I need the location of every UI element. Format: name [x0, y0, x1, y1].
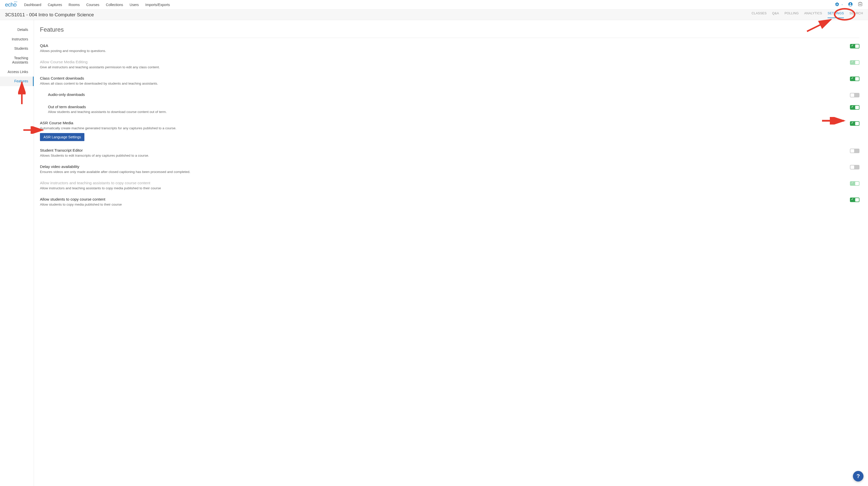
- tab-search[interactable]: SEARCH: [849, 11, 863, 18]
- feature-title: Student Transcript Editor: [40, 148, 840, 153]
- svg-point-3: [861, 4, 861, 5]
- feature-title: Allow Course Media Editing: [40, 60, 840, 64]
- settings-menu[interactable]: [835, 2, 843, 7]
- tab-classes[interactable]: CLASSES: [752, 11, 767, 18]
- feature-asr: ASR Course Media Automatically create ma…: [40, 118, 860, 145]
- nav-courses[interactable]: Courses: [86, 3, 99, 7]
- toggle-media-editing: [850, 60, 860, 65]
- feature-desc: Ensures videos are only made available a…: [40, 170, 840, 174]
- sidebar-item-access-links[interactable]: Access Links: [0, 67, 34, 77]
- toggle-asr[interactable]: [850, 121, 860, 126]
- feature-desc: Allow students to copy media published t…: [40, 202, 840, 206]
- feature-audio-only: Audio-only downloads: [40, 89, 860, 102]
- apps-icon[interactable]: [858, 1, 863, 8]
- chevron-down-icon: [841, 3, 843, 7]
- tab-qa[interactable]: Q&A: [772, 11, 779, 18]
- feature-qa: Q&A Allows posting and responding to que…: [40, 40, 860, 57]
- feature-desc: Automatically create machine generated t…: [40, 126, 840, 130]
- feature-copy-instructors: Allow instructors and teaching assistant…: [40, 178, 860, 194]
- nav-dashboard[interactable]: Dashboard: [24, 3, 41, 7]
- sub-header: 3CS1011 - 004 Intro to Computer Science …: [0, 9, 868, 20]
- top-nav-right: [835, 1, 863, 8]
- toggle-copy-instructors: [850, 181, 860, 186]
- tab-analytics[interactable]: ANALYTICS: [804, 11, 822, 18]
- feature-desc: Give all instructors and teaching assist…: [40, 65, 840, 69]
- feature-copy-students: Allow students to copy course content Al…: [40, 194, 860, 210]
- page-title: Features: [40, 26, 860, 33]
- toggle-qa[interactable]: [850, 44, 860, 48]
- nav-captures[interactable]: Captures: [48, 3, 62, 7]
- feature-title: Q&A: [40, 43, 840, 48]
- feature-desc: Allow students and teaching assistants t…: [48, 110, 840, 114]
- main-content: Features Q&A Allows posting and respondi…: [34, 20, 868, 486]
- user-icon[interactable]: [848, 2, 853, 7]
- feature-title: Out of term downloads: [48, 105, 840, 109]
- feature-desc: Allows posting and responding to questio…: [40, 49, 840, 53]
- asr-language-settings-button[interactable]: ASR Language Settings: [40, 133, 84, 141]
- feature-title: Delay video availability: [40, 164, 840, 169]
- feature-delay: Delay video availability Ensures videos …: [40, 161, 860, 178]
- feature-downloads: Class Content downloads Allows all class…: [40, 73, 860, 89]
- sidebar-item-instructors[interactable]: Instructors: [0, 35, 34, 44]
- feature-student-transcript: Student Transcript Editor Allows Student…: [40, 145, 860, 161]
- top-nav: echo●●● Dashboard Captures Rooms Courses…: [0, 0, 868, 9]
- feature-title: ASR Course Media: [40, 121, 840, 125]
- toggle-copy-students[interactable]: [850, 198, 860, 202]
- sidebar-item-teaching-assistants[interactable]: Teaching Assistants: [0, 54, 34, 67]
- gear-icon: [835, 2, 839, 7]
- feature-title: Allow students to copy course content: [40, 197, 840, 202]
- course-title: 3CS1011 - 004 Intro to Computer Science: [5, 12, 94, 18]
- svg-point-1: [859, 4, 860, 5]
- top-nav-links: Dashboard Captures Rooms Courses Collect…: [24, 3, 170, 7]
- feature-out-of-term: Out of term downloads Allow students and…: [40, 102, 860, 118]
- sub-tabs: CLASSES Q&A POLLING ANALYTICS SETTINGS S…: [752, 11, 863, 18]
- feature-desc: Allow instructors and teaching assistant…: [40, 186, 840, 190]
- toggle-audio-only[interactable]: [850, 93, 860, 97]
- nav-collections[interactable]: Collections: [106, 3, 123, 7]
- toggle-downloads[interactable]: [850, 76, 860, 81]
- feature-title: Audio-only downloads: [48, 92, 840, 97]
- feature-desc: Allows all class content to be downloade…: [40, 82, 840, 85]
- tab-polling[interactable]: POLLING: [785, 11, 799, 18]
- toggle-student-transcript[interactable]: [850, 149, 860, 153]
- nav-users[interactable]: Users: [130, 3, 139, 7]
- toggle-out-of-term[interactable]: [850, 105, 860, 110]
- feature-desc: Allows Students to edit transcripts of a…: [40, 154, 840, 157]
- sidebar-item-students[interactable]: Students: [0, 44, 34, 54]
- sidebar-item-features[interactable]: Features: [0, 76, 34, 86]
- nav-rooms[interactable]: Rooms: [68, 3, 80, 7]
- divider: [40, 38, 860, 38]
- feature-title: Allow instructors and teaching assistant…: [40, 181, 840, 185]
- svg-point-2: [860, 4, 861, 5]
- tab-settings[interactable]: SETTINGS: [828, 11, 844, 18]
- feature-media-editing: Allow Course Media Editing Give all inst…: [40, 57, 860, 73]
- sidebar: Details Instructors Students Teaching As…: [0, 20, 34, 486]
- brand-logo[interactable]: echo●●●: [5, 1, 17, 8]
- toggle-delay[interactable]: [850, 165, 860, 169]
- help-button[interactable]: ?: [853, 471, 864, 482]
- feature-title: Class Content downloads: [40, 76, 840, 80]
- sidebar-item-details[interactable]: Details: [0, 25, 34, 35]
- nav-imports-exports[interactable]: Imports/Exports: [146, 3, 170, 7]
- body-layout: Details Instructors Students Teaching As…: [0, 20, 868, 486]
